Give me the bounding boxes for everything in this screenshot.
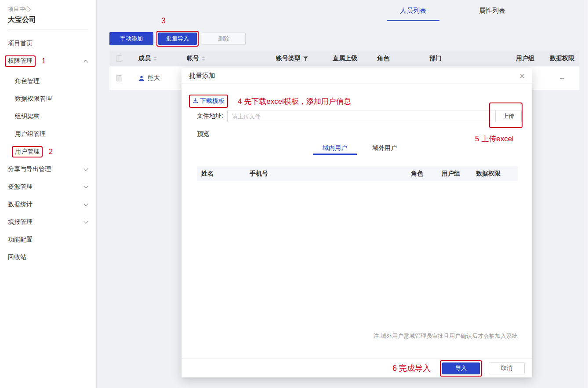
header-cell-role: 角色 — [371, 51, 420, 66]
sidebar-item-data-permission-mgmt[interactable]: 数据权限管理 — [0, 90, 96, 108]
sidebar-item-resource-mgmt[interactable]: 资源管理 — [0, 178, 96, 196]
annotation-number-3: 3 — [161, 16, 166, 26]
download-template-row: 下载模板 4 先下载excel模板，添加用户信息 — [189, 95, 351, 108]
sidebar-item-permission-mgmt[interactable]: 权限管理 1 — [0, 52, 96, 70]
preview-col-data-permission: 数据权限 — [472, 170, 518, 178]
batch-import-button[interactable]: 批量导入 — [158, 33, 197, 45]
column-label: 部门 — [429, 55, 442, 62]
sidebar-header: 项目中心 大宝公司 — [8, 0, 88, 29]
member-table-header: 成员 帐号 账号类型 直属上级 角色 — [109, 51, 579, 66]
close-icon[interactable]: × — [519, 72, 525, 81]
annotation-text-4: 4 先下载excel模板，添加用户信息 — [238, 96, 351, 106]
column-label: 直属上级 — [333, 55, 357, 62]
annotation-box-4: 下载模板 — [189, 95, 228, 108]
download-icon — [192, 98, 198, 105]
chevron-down-icon — [84, 167, 88, 171]
nav-item-label: 回收站 — [8, 253, 26, 261]
tab-label: 域内用户 — [323, 144, 347, 152]
sidebar-item-recycle-bin[interactable]: 回收站 — [0, 249, 96, 266]
tab-external-users[interactable]: 域外用户 — [363, 142, 407, 155]
sidebar-item-role-mgmt[interactable]: 角色管理 — [0, 73, 96, 90]
column-label: 角色 — [377, 55, 389, 62]
nav-item-label: 数据统计 — [8, 201, 33, 209]
nav-item-label: 资源管理 — [8, 183, 33, 191]
annotation-number-1: 1 — [42, 57, 46, 65]
tab-label: 人员列表 — [400, 7, 426, 14]
data-permission-value: -- — [560, 75, 564, 82]
nav-item-label: 分享与导出管理 — [8, 165, 51, 173]
annotation-number-2: 2 — [49, 148, 53, 156]
sidebar-item-data-statistics[interactable]: 数据统计 — [0, 196, 96, 213]
preview-col-user-group: 用户组 — [437, 170, 472, 178]
file-path-input[interactable] — [227, 110, 496, 122]
row-cell-select — [109, 66, 129, 90]
sidebar: 项目中心 大宝公司 项目首页 权限管理 1 角色管理 数据权限管理 — [0, 0, 97, 388]
preview-tabs: 域内用户 域外用户 — [313, 142, 407, 155]
modal-title-bar: 批量添加 × — [181, 68, 532, 84]
external-user-note: 注:域外用户需域管理员审批且用户确认后才会被加入系统 — [373, 332, 518, 340]
nav-item-label: 角色管理 — [15, 77, 40, 85]
modal-footer: 6 完成导入 导入 取消 — [181, 359, 532, 377]
column-label: 账号类型 — [276, 55, 301, 62]
tab-label: 域外用户 — [372, 144, 397, 152]
delete-button[interactable]: 删除 — [202, 33, 246, 45]
sidebar-item-user-mgmt[interactable]: 用户管理 2 — [0, 143, 96, 161]
tab-internal-users[interactable]: 域内用户 — [313, 142, 357, 155]
header-cell-account[interactable]: 帐号 — [178, 51, 264, 66]
cancel-button[interactable]: 取消 — [489, 362, 525, 374]
annotation-box-1: 权限管理 — [5, 55, 36, 67]
file-path-row: 文件地址: — [197, 110, 496, 122]
tab-personnel-list[interactable]: 人员列表 — [387, 0, 439, 21]
preview-table: 姓名 手机号 角色 用户组 数据权限 — [197, 166, 518, 181]
sidebar-item-function-config[interactable]: 功能配置 — [0, 231, 96, 249]
manual-add-button[interactable]: 手动添加 — [109, 32, 153, 45]
column-label: 用户组 — [516, 55, 534, 62]
preview-col-role: 角色 — [407, 170, 437, 178]
toolbar: 手动添加 批量导入 删除 3 — [109, 31, 246, 47]
app-root: 项目中心 大宝公司 项目首页 权限管理 1 角色管理 数据权限管理 — [0, 0, 588, 388]
member-name: 熊大 — [148, 74, 160, 82]
batch-add-modal: 批量添加 × 下载模板 4 先下载excel模板，添加用户信息 文件地址: 上传… — [181, 68, 532, 377]
tab-label: 属性列表 — [479, 7, 505, 14]
sidebar-item-project-home[interactable]: 项目首页 — [0, 35, 96, 52]
row-cell-data-permission: -- — [545, 66, 579, 90]
user-icon — [138, 75, 145, 81]
filter-icon[interactable] — [303, 56, 308, 61]
sidebar-item-report-mgmt[interactable]: 填报管理 — [0, 213, 96, 231]
column-label: 成员 — [138, 55, 151, 62]
row-checkbox[interactable] — [116, 75, 122, 81]
file-path-label: 文件地址: — [197, 112, 223, 120]
header-cell-select — [109, 51, 129, 66]
project-center-label: 项目中心 — [8, 5, 88, 13]
nav-item-label: 用户组管理 — [15, 130, 46, 138]
annotation-box-2: 用户管理 — [12, 146, 43, 157]
header-cell-account-type[interactable]: 账号类型 — [264, 51, 325, 66]
chevron-down-icon — [84, 202, 88, 206]
nav-item-label: 项目首页 — [8, 40, 33, 48]
annotation-text-5: 5 上传excel — [475, 134, 514, 144]
header-cell-member[interactable]: 成员 — [129, 51, 178, 66]
import-button[interactable]: 导入 — [442, 362, 480, 374]
download-template-label: 下载模板 — [200, 97, 225, 105]
sidebar-item-user-group-mgmt[interactable]: 用户组管理 — [0, 125, 96, 143]
nav-item-label: 用户管理 — [15, 148, 40, 156]
sidebar-nav: 项目首页 权限管理 1 角色管理 数据权限管理 组织架构 — [0, 29, 96, 266]
download-template-button[interactable]: 下载模板 — [192, 97, 225, 105]
sort-icon[interactable] — [202, 56, 205, 61]
column-label: 数据权限 — [550, 55, 574, 62]
chevron-up-icon — [84, 60, 88, 65]
select-all-checkbox[interactable] — [116, 55, 122, 62]
company-name: 大宝公司 — [8, 15, 88, 25]
sidebar-item-share-export-mgmt[interactable]: 分享与导出管理 — [0, 161, 96, 178]
page-scrollbar[interactable] — [585, 0, 588, 388]
upload-button[interactable]: 上传 — [495, 110, 522, 122]
sidebar-item-org-structure[interactable]: 组织架构 — [0, 108, 96, 125]
preview-col-phone: 手机号 — [245, 170, 407, 178]
row-cell-member: 熊大 — [129, 66, 178, 90]
nav-item-label: 填报管理 — [8, 218, 33, 226]
sort-icon[interactable] — [153, 56, 157, 61]
header-cell-supervisor: 直属上级 — [325, 51, 371, 66]
tab-attribute-list[interactable]: 属性列表 — [466, 0, 519, 21]
nav-item-label: 数据权限管理 — [15, 95, 52, 103]
header-cell-user-group: 用户组 — [505, 51, 545, 66]
